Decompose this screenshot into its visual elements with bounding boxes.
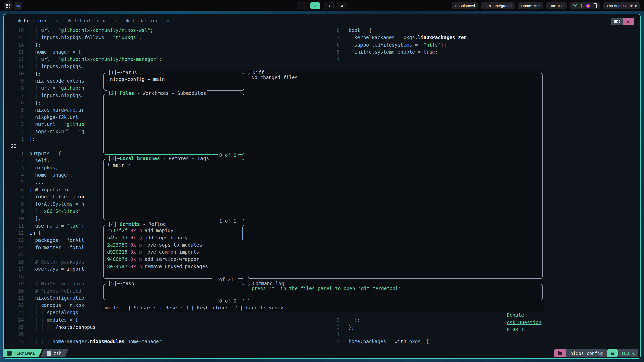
float-toggle-button[interactable] — [611, 18, 623, 25]
zellij-logo-icon — [7, 351, 12, 356]
shell-logo-icon: $W — [16, 4, 20, 8]
line-number: 21 — [4, 294, 24, 302]
commit-row[interactable]: d920218 0x ○ move common imports — [107, 248, 240, 256]
code-line: 11│ │ inputs.nixpkgs. — [4, 63, 162, 70]
line-number: 23 — [4, 143, 24, 150]
gpu-badge: GPU: Integrated — [481, 2, 515, 9]
lazygit-files-panel[interactable]: [2]─Files - Worktrees - Submodules 0 of … — [103, 94, 244, 155]
lazygit-command-log-panel[interactable]: Command log press 'M' in the files panel… — [248, 284, 543, 300]
stash-count: 0 of 0 — [218, 298, 238, 304]
workspace-button-2-active[interactable]: 2 — [310, 2, 320, 9]
files-count: 0 of 0 — [218, 152, 238, 158]
line-number: 8 — [4, 84, 24, 92]
tab-flake-nix[interactable]: ❄ flake.nix × — [126, 18, 170, 23]
topbar-right-group: P: Balanced GPU: Integrated Home: 7ms Ba… — [452, 0, 641, 11]
line-number: 12 — [4, 229, 24, 237]
line-number: 7 — [4, 193, 24, 200]
code-line: 5│ initrd.systemd.enable = true; — [333, 48, 470, 56]
line-number: 19 — [4, 280, 24, 287]
commits-scrollbar[interactable] — [242, 227, 243, 240]
line-number: 6 — [333, 41, 340, 49]
top-status-bar: $W 1 2 3 4 P: Balanced GPU: Integrated H… — [0, 0, 644, 11]
line-number: 13 — [4, 237, 24, 244]
media-icon[interactable] — [586, 4, 590, 8]
line-number: 7 — [333, 34, 340, 41]
line-number: 3 — [4, 121, 24, 128]
tab-home-nix[interactable]: ❄ home.nix × — [18, 18, 59, 23]
line-number: 15 — [4, 251, 24, 258]
ask-question-link[interactable]: Ask Question — [507, 320, 541, 325]
line-number: 5 — [4, 179, 24, 186]
commit-row[interactable]: 8e345a7 0x ○ remove unused packages — [107, 263, 240, 270]
donate-link[interactable]: Donate — [507, 312, 524, 318]
commit-row[interactable]: b49ef1d 0x ○ add sops binary — [107, 234, 240, 241]
terminal-window: ❄ home.nix × ❄ default.nix × ❄ flake.nix… — [3, 14, 641, 359]
line-number: 2 — [4, 157, 24, 164]
tab-label: flake.nix — [132, 18, 158, 23]
line-number: 20 — [4, 287, 24, 295]
scroll-percent: 100 % — [618, 349, 638, 357]
bluetooth-icon[interactable]: ᛒ — [581, 4, 583, 8]
branches-count: 1 of 1 — [218, 218, 238, 224]
tab-close-icon[interactable]: × — [167, 18, 170, 23]
lazygit-diff-panel[interactable]: Diff No changed files — [248, 73, 543, 279]
code-line: 4 — [333, 56, 470, 63]
line-number: 5 — [333, 48, 340, 56]
tab-close-icon[interactable]: × — [56, 18, 59, 23]
commit-row[interactable]: 9486b7d 0x ○ add service-wrapper — [107, 256, 240, 263]
nix-snowflake-icon: ❄ — [18, 18, 21, 23]
line-number: 26 — [4, 331, 24, 338]
line-number: 5 — [4, 106, 24, 114]
tab-label: default.nix — [74, 18, 105, 23]
shell-logo-button[interactable]: $W — [14, 2, 22, 10]
lazygit-links: Donate Ask Question 0.43.1 — [473, 304, 541, 341]
topbar-left-group: $W — [4, 0, 22, 11]
line-number: 8 — [4, 200, 24, 208]
line-number: 6 — [4, 99, 24, 106]
statusbar-right: nixos-config ≡ 100 % — [554, 349, 638, 357]
code-line: 15│ │ inputs.nixpkgs.follows = "nixpkgs"… — [4, 34, 162, 41]
code-line: 6│ supportedFilesystems = ["ntfs"]; — [333, 41, 470, 49]
line-number: 7 — [4, 92, 24, 99]
commit-row[interactable]: 2a23950 0x ○ move sops to modules — [107, 241, 240, 249]
line-number: 23 — [4, 309, 24, 316]
statusbar-left: TERMINAL ›_ zsh — [4, 349, 68, 357]
close-window-button[interactable]: × — [623, 18, 634, 25]
line-number: 27 — [4, 338, 24, 345]
lazygit-version: 0.43.1 — [507, 327, 524, 332]
terminal-prompt-icon: ›_ — [47, 351, 51, 356]
lazygit-stash-panel[interactable]: [5]─Stash 0 of 0 — [103, 284, 244, 300]
line-number: 8 — [333, 27, 340, 34]
workspace-button-3[interactable]: 3 — [324, 2, 334, 9]
lazygit-status-panel[interactable]: [1]─Status nixos-config → main — [103, 73, 244, 90]
line-number: 24 — [4, 316, 24, 324]
workspace-switcher: 1 2 3 4 — [297, 0, 347, 11]
mode-badge: TERMINAL — [4, 349, 42, 357]
line-number: 15 — [4, 34, 24, 41]
commit-row[interactable]: 2717f2f 0x ○ add mopidy — [107, 227, 240, 234]
line-number: 4 — [4, 171, 24, 179]
wifi-icon[interactable] — [573, 4, 577, 8]
line-number: 12 — [4, 56, 24, 63]
workspace-button-4[interactable]: 4 — [337, 2, 347, 9]
phone-icon[interactable] — [594, 3, 597, 8]
branch-list-item[interactable]: * main ✓ — [104, 159, 244, 171]
project-folder-segment — [554, 349, 566, 357]
pane-tab-zsh[interactable]: ›_ zsh — [41, 349, 68, 357]
line-number: 9 — [4, 208, 24, 215]
clock: Thu Aug 08, 18:16 — [603, 2, 640, 9]
tab-default-nix[interactable]: ❄ default.nix × — [67, 18, 117, 23]
scroll-list-icon: ≡ — [607, 349, 618, 357]
tab-close-icon[interactable]: × — [114, 18, 117, 23]
ping-badge: Home: 7ms — [518, 2, 544, 9]
power-profile-badge: P: Balanced — [452, 2, 478, 9]
line-number: 6 — [4, 186, 24, 193]
lazygit-commits-panel[interactable]: [4]─Commits - Reflog 2717f2f 0x ○ add mo… — [103, 225, 244, 279]
code-line: 12│ │ url = "github:nix-community/home-m… — [4, 56, 162, 63]
app-launcher-button[interactable] — [4, 2, 12, 10]
lazygit-branches-panel[interactable]: [3]─Local branches - Remotes - Tags * ma… — [103, 159, 244, 220]
tab-label: home.nix — [24, 18, 47, 23]
code-line: 13│ home-manager = { — [4, 48, 162, 56]
line-number: 11 — [4, 63, 24, 70]
workspace-button-1[interactable]: 1 — [297, 2, 307, 9]
